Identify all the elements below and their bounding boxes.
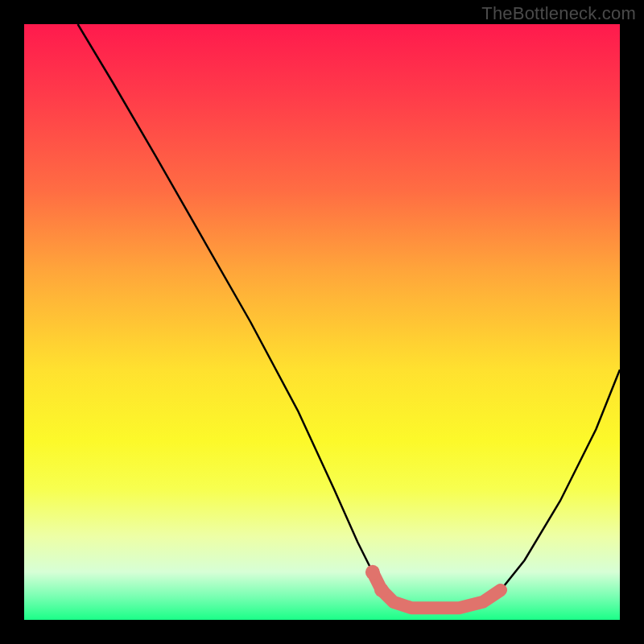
highlight-dot-2 (374, 583, 389, 597)
plot-area (24, 24, 620, 620)
watermark-text: TheBottleneck.com (481, 3, 636, 24)
chart-frame: TheBottleneck.com (0, 0, 644, 644)
bottleneck-curve-path (78, 24, 620, 608)
highlight-dot-1 (365, 565, 380, 580)
chart-svg (24, 24, 620, 620)
highlight-band-path (373, 572, 501, 608)
